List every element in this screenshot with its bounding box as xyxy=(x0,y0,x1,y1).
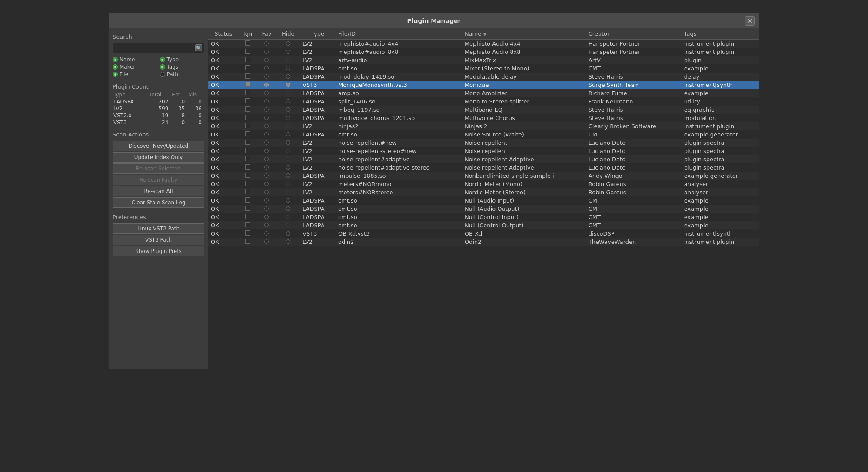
cell-fav[interactable] xyxy=(257,163,276,172)
fav-radio[interactable] xyxy=(264,231,269,236)
col-type[interactable]: Type xyxy=(300,28,336,40)
cell-fav[interactable] xyxy=(257,122,276,130)
cell-ign[interactable] xyxy=(239,81,257,89)
ign-checkbox[interactable] xyxy=(245,131,250,136)
cell-fav[interactable] xyxy=(257,81,276,89)
radio-option-type[interactable]: Type xyxy=(160,57,205,63)
hide-radio[interactable] xyxy=(286,132,290,136)
cell-fav[interactable] xyxy=(257,40,276,48)
ign-checkbox[interactable] xyxy=(245,173,250,178)
cell-ign[interactable] xyxy=(239,196,257,205)
ign-checkbox[interactable] xyxy=(245,65,250,70)
hide-radio[interactable] xyxy=(286,140,290,145)
hide-radio[interactable] xyxy=(286,83,290,87)
cell-ign[interactable] xyxy=(239,163,257,172)
cell-fav[interactable] xyxy=(257,147,276,155)
cell-ign[interactable] xyxy=(239,155,257,163)
cell-ign[interactable] xyxy=(239,89,257,97)
fav-radio[interactable] xyxy=(264,116,269,120)
cell-fav[interactable] xyxy=(257,188,276,196)
fav-radio[interactable] xyxy=(264,182,269,186)
cell-hide[interactable] xyxy=(276,40,300,48)
cell-hide[interactable] xyxy=(276,89,300,97)
table-row[interactable]: OKLV2meters#NORstereoNordic Meter (Stere… xyxy=(208,188,759,196)
cell-fav[interactable] xyxy=(257,106,276,114)
radio-option-tags[interactable]: Tags xyxy=(160,64,205,70)
col-status[interactable]: Status xyxy=(208,28,239,40)
table-row[interactable]: OKLADSPAcmt.soNull (Audio Input)CMTexamp… xyxy=(208,196,759,205)
hide-radio[interactable] xyxy=(286,107,290,112)
show-plugin-prefs-button[interactable]: Show Plugin Prefs xyxy=(113,246,204,256)
hide-radio[interactable] xyxy=(286,206,290,211)
fav-radio[interactable] xyxy=(264,107,269,112)
radio-option-maker[interactable]: Maker xyxy=(113,64,157,70)
table-row[interactable]: OKLADSPAmod_delay_1419.soModulatable del… xyxy=(208,73,759,81)
cell-hide[interactable] xyxy=(276,172,300,180)
fav-radio[interactable] xyxy=(264,132,269,136)
ign-checkbox[interactable] xyxy=(245,140,250,145)
fav-radio[interactable] xyxy=(264,190,269,194)
fav-radio[interactable] xyxy=(264,91,269,95)
cell-hide[interactable] xyxy=(276,188,300,196)
hide-radio[interactable] xyxy=(286,99,290,103)
fav-radio[interactable] xyxy=(264,206,269,211)
fav-radio[interactable] xyxy=(264,198,269,203)
table-row[interactable]: OKLV2mephisto#audio_4x4Mephisto Audio 4x… xyxy=(208,40,759,48)
cell-hide[interactable] xyxy=(276,155,300,163)
cell-fav[interactable] xyxy=(257,205,276,213)
cell-fav[interactable] xyxy=(257,114,276,122)
cell-fav[interactable] xyxy=(257,48,276,56)
cell-fav[interactable] xyxy=(257,221,276,229)
table-row[interactable]: OKLADSPAcmt.soNull (Control Output)CMTex… xyxy=(208,221,759,229)
fav-radio[interactable] xyxy=(264,149,269,153)
ign-checkbox[interactable] xyxy=(245,49,250,54)
cell-ign[interactable] xyxy=(239,114,257,122)
hide-radio[interactable] xyxy=(286,149,290,153)
cell-hide[interactable] xyxy=(276,56,300,64)
cell-hide[interactable] xyxy=(276,221,300,229)
cell-ign[interactable] xyxy=(239,64,257,73)
close-button[interactable]: ✕ xyxy=(745,16,755,26)
fav-radio[interactable] xyxy=(264,140,269,145)
cell-fav[interactable] xyxy=(257,56,276,64)
table-row[interactable]: OKLV2noise-repellent-stereo#newNoise rep… xyxy=(208,147,759,155)
cell-ign[interactable] xyxy=(239,221,257,229)
table-row[interactable]: OKLADSPAsplit_1406.soMono to Stereo spli… xyxy=(208,97,759,106)
ign-checkbox[interactable] xyxy=(245,73,250,79)
ign-checkbox[interactable] xyxy=(245,115,250,120)
cell-ign[interactable] xyxy=(239,73,257,81)
table-row[interactable]: OKLV2meters#NORmonoNordic Meter (Mono)Ro… xyxy=(208,180,759,188)
hide-radio[interactable] xyxy=(286,50,290,54)
ign-checkbox[interactable] xyxy=(245,106,250,112)
cell-fav[interactable] xyxy=(257,155,276,163)
col-name[interactable]: Name ▼ xyxy=(462,28,586,40)
cell-hide[interactable] xyxy=(276,139,300,147)
col-ign[interactable]: Ign xyxy=(239,28,257,40)
table-row[interactable]: OKLV2noise-repellent#adaptiveNoise repel… xyxy=(208,155,759,163)
table-row[interactable]: OKLV2artv-audioMixMaxTrixArtVplugin xyxy=(208,56,759,64)
cell-fav[interactable] xyxy=(257,139,276,147)
col-file-id[interactable]: File/ID xyxy=(336,28,462,40)
table-row[interactable]: OKLADSPAmultivoice_chorus_1201.soMultivo… xyxy=(208,114,759,122)
cell-ign[interactable] xyxy=(239,130,257,139)
table-row[interactable]: OKLV2noise-repellent#newNoise repellentL… xyxy=(208,139,759,147)
cell-ign[interactable] xyxy=(239,97,257,106)
table-row[interactable]: OKLADSPAmbeq_1197.soMultiband EQSteve Ha… xyxy=(208,106,759,114)
cell-fav[interactable] xyxy=(257,229,276,238)
hide-radio[interactable] xyxy=(286,215,290,219)
search-input[interactable] xyxy=(115,44,195,52)
cell-ign[interactable] xyxy=(239,56,257,64)
cell-hide[interactable] xyxy=(276,106,300,114)
ign-checkbox[interactable] xyxy=(245,197,250,203)
fav-radio[interactable] xyxy=(264,99,269,103)
hide-radio[interactable] xyxy=(286,198,290,203)
cell-hide[interactable] xyxy=(276,213,300,221)
table-row[interactable]: OKLADSPAcmt.soNull (Audio Output)CMTexam… xyxy=(208,205,759,213)
vst3-path-button[interactable]: VST3 Path xyxy=(113,235,204,245)
col-fav[interactable]: Fav xyxy=(257,28,276,40)
ign-checkbox[interactable] xyxy=(245,98,250,103)
col-creator[interactable]: Creator xyxy=(586,28,682,40)
fav-radio[interactable] xyxy=(264,41,269,46)
cell-fav[interactable] xyxy=(257,64,276,73)
discover-button[interactable]: Discover New/Updated xyxy=(113,141,204,151)
